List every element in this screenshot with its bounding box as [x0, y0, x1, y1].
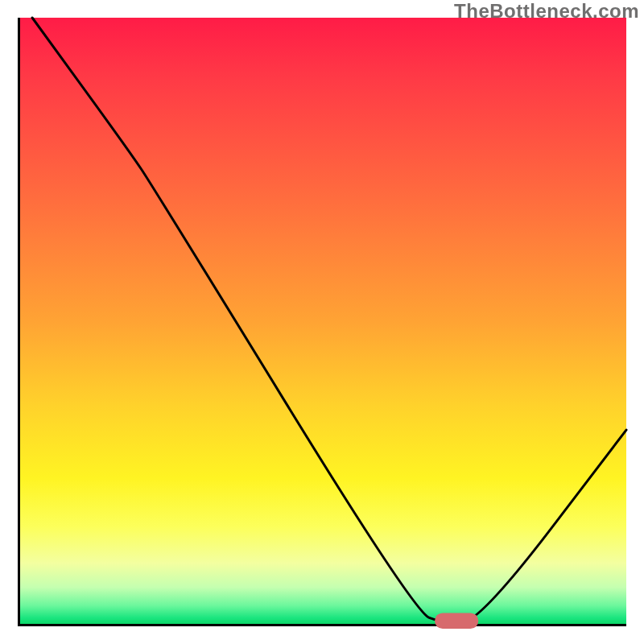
optimal-marker [435, 613, 478, 629]
chart-container: TheBottleneck.com [0, 0, 644, 644]
chart-overlay [20, 18, 626, 624]
plot-area [18, 18, 626, 626]
bottleneck-curve [32, 18, 626, 622]
